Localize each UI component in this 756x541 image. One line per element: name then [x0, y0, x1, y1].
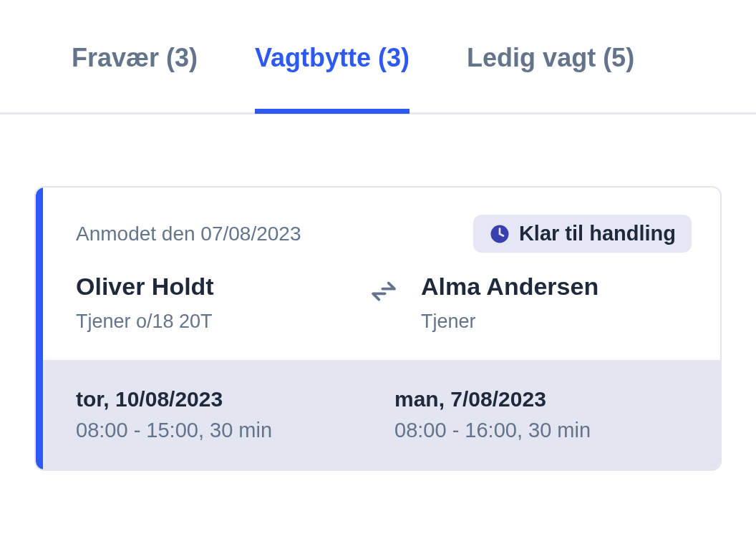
tab-fravaer[interactable]: Fravær (3) — [72, 43, 198, 112]
person-left-name: Oliver Holdt — [76, 273, 346, 301]
shift-right: man, 7/08/2023 08:00 - 16:00, 30 min — [394, 387, 692, 442]
tab-ledig-vagt[interactable]: Ledig vagt (5) — [467, 43, 634, 112]
tabs-container: Fravær (3) Vagtbytte (3) Ledig vagt (5) — [0, 0, 756, 114]
shift-left: tor, 10/08/2023 08:00 - 15:00, 30 min — [76, 387, 373, 442]
tab-vagtbytte[interactable]: Vagtbytte (3) — [255, 43, 410, 112]
shift-swap-card[interactable]: Anmodet den 07/08/2023 Klar til handling… — [34, 186, 722, 471]
person-right-role: Tjener — [421, 311, 692, 333]
status-badge-text: Klar til handling — [519, 222, 676, 245]
shift-right-time: 08:00 - 16:00, 30 min — [394, 419, 692, 442]
shift-left-date: tor, 10/08/2023 — [76, 387, 373, 411]
card-top-section: Anmodet den 07/08/2023 Klar til handling… — [36, 187, 720, 360]
people-row: Oliver Holdt Tjener o/18 20T Alma Anders… — [76, 273, 692, 333]
person-left: Oliver Holdt Tjener o/18 20T — [76, 273, 346, 333]
person-left-role: Tjener o/18 20T — [76, 311, 346, 333]
shift-left-time: 08:00 - 15:00, 30 min — [76, 419, 373, 442]
person-right: Alma Andersen Tjener — [421, 273, 692, 333]
content-area: Anmodet den 07/08/2023 Klar til handling… — [0, 114, 756, 471]
card-bottom-section: tor, 10/08/2023 08:00 - 15:00, 30 min ma… — [36, 360, 720, 469]
clock-icon — [489, 223, 510, 245]
person-right-name: Alma Andersen — [421, 273, 692, 301]
swap-icon — [368, 277, 399, 306]
shift-right-date: man, 7/08/2023 — [394, 387, 692, 411]
card-header: Anmodet den 07/08/2023 Klar til handling — [76, 215, 692, 253]
requested-date-text: Anmodet den 07/08/2023 — [76, 223, 301, 245]
status-badge: Klar til handling — [473, 215, 692, 253]
